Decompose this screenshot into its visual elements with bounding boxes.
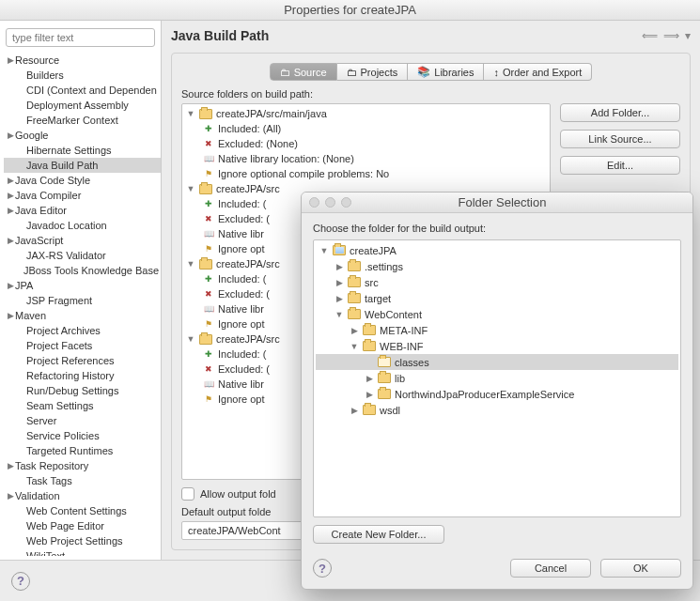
dialog-prompt: Choose the folder for the build output:	[313, 223, 681, 234]
sidebar-item[interactable]: Run/Debug Settings	[4, 383, 161, 398]
ok-button[interactable]: OK	[600, 559, 681, 578]
folder-tree-row[interactable]: ▶target	[316, 290, 678, 306]
folder-tree-row[interactable]: ▶META-INF	[316, 322, 678, 338]
sidebar-item[interactable]: Web Page Editor	[4, 518, 161, 533]
sidebar-item[interactable]: Web Project Settings	[4, 533, 161, 548]
project-icon	[333, 245, 346, 255]
sidebar-item[interactable]: ▶Java Editor	[4, 203, 161, 218]
tree-row-label: Native libr	[218, 228, 264, 239]
sidebar-item[interactable]: Project References	[4, 353, 161, 368]
sidebar-item[interactable]: Server	[4, 413, 161, 428]
sidebar-item-label: Java Build Path	[26, 160, 98, 171]
sidebar-item[interactable]: Project Facets	[4, 338, 161, 353]
cancel-button[interactable]: Cancel	[510, 559, 591, 578]
sidebar-item-label: Web Project Settings	[26, 535, 123, 547]
help-icon[interactable]: ?	[11, 572, 30, 591]
folder-tree-row[interactable]: ▶src	[316, 274, 678, 290]
folder-icon	[378, 373, 391, 383]
source-icon: 🗀	[280, 67, 290, 78]
source-detail-row[interactable]: ⚑Ignore optional compile problems: No	[184, 166, 548, 181]
sidebar-item[interactable]: ▶Resource	[4, 53, 161, 68]
folder-tree-row[interactable]: ▼createJPA	[316, 242, 678, 258]
folder-tree-row[interactable]: ▶NorthwindJpaProducerExampleService	[316, 386, 678, 402]
folder-tree-row[interactable]: ▼WEB-INF	[316, 338, 678, 354]
sidebar-item-label: Web Content Settings	[26, 505, 127, 516]
folder-tree-row[interactable]: ▶.settings	[316, 258, 678, 274]
sidebar-item-label: Builders	[26, 69, 64, 81]
sidebar-item-label: Hibernate Settings	[26, 145, 112, 156]
sidebar-item[interactable]: Javadoc Location	[4, 218, 161, 233]
sidebar-item[interactable]: Targeted Runtimes	[4, 443, 161, 458]
source-detail-row[interactable]: ✚Included: (All)	[184, 121, 548, 136]
sidebar-item[interactable]: FreeMarker Context	[4, 113, 161, 128]
dialog-help-icon[interactable]: ?	[313, 559, 332, 578]
sidebar-item[interactable]: ▶Maven	[4, 308, 161, 323]
sidebar-item-label: Resource	[15, 54, 59, 66]
sidebar-item-label: JavaScript	[15, 235, 63, 246]
libraries-icon: 📚	[417, 66, 430, 78]
sidebar-item[interactable]: Service Policies	[4, 428, 161, 443]
sidebar-item[interactable]: Refactoring History	[4, 368, 161, 383]
sidebar-item[interactable]: WikiText	[4, 548, 161, 556]
folder-tree-row[interactable]: ▶lib	[316, 370, 678, 386]
sidebar-item[interactable]: ▶JPA	[4, 278, 161, 293]
sidebar-item[interactable]: Builders	[4, 68, 161, 83]
sidebar-item[interactable]: Deployment Assembly	[4, 98, 161, 113]
link-source-button[interactable]: Link Source...	[560, 130, 680, 148]
tab-source[interactable]: 🗀Source	[270, 63, 337, 81]
forward-arrow-icon[interactable]: ⟹	[663, 29, 679, 42]
tab-projects[interactable]: 🗀Projects	[337, 63, 409, 81]
sidebar-item[interactable]: Hibernate Settings	[4, 143, 161, 158]
sidebar-item[interactable]: CDI (Context and Dependen	[4, 83, 161, 98]
sidebar-item[interactable]: Project Archives	[4, 323, 161, 338]
sidebar-item[interactable]: JBoss Tools Knowledge Base	[4, 263, 161, 278]
sidebar-item-label: Web Page Editor	[26, 520, 104, 532]
source-detail-row[interactable]: ✖Excluded: (None)	[184, 136, 548, 151]
folder-tree-row[interactable]: ▶wsdl	[316, 402, 678, 418]
folder-icon	[378, 389, 391, 399]
sidebar-item[interactable]: Java Build Path	[4, 158, 161, 173]
sidebar-item[interactable]: ▶JavaScript	[4, 233, 161, 248]
folder-icon	[348, 293, 361, 303]
sidebar-item-label: Service Policies	[26, 430, 100, 441]
sidebar-item-label: Google	[15, 130, 48, 141]
create-new-folder-button[interactable]: Create New Folder...	[313, 525, 444, 544]
sidebar-item[interactable]: ▶Task Repository	[4, 458, 161, 473]
filter-input[interactable]	[6, 28, 155, 47]
back-arrow-icon[interactable]: ⟸	[642, 29, 658, 42]
sidebar-item[interactable]: Seam Settings	[4, 398, 161, 413]
folder-tree-row[interactable]: classes	[316, 354, 678, 370]
sidebar-item-label: Task Repository	[15, 460, 88, 471]
add-folder-button[interactable]: Add Folder...	[560, 103, 680, 122]
source-detail-row[interactable]: 📖Native library location: (None)	[184, 151, 548, 166]
sidebar-item[interactable]: JAX-RS Validator	[4, 248, 161, 263]
sidebar-item[interactable]: ▶Google	[4, 128, 161, 143]
chevron-down-icon: ▼	[186, 259, 195, 269]
sidebar-item[interactable]: Web Content Settings	[4, 503, 161, 518]
tree-row-label: createJPA/src	[216, 333, 280, 345]
sidebar-item[interactable]: ▶Java Compiler	[4, 188, 161, 203]
sidebar-item-label: Refactoring History	[26, 370, 115, 381]
sidebar-item[interactable]: JSP Fragment	[4, 293, 161, 308]
sidebar-item[interactable]: ▶Validation	[4, 488, 161, 503]
sidebar-item[interactable]: ▶Java Code Style	[4, 173, 161, 188]
sidebar-item-label: WikiText	[26, 550, 65, 556]
folder-label: META-INF	[380, 325, 428, 336]
sidebar-item[interactable]: Task Tags	[4, 473, 161, 488]
minus-icon: ✖	[203, 138, 214, 149]
tab-libraries[interactable]: 📚Libraries	[408, 63, 484, 81]
order-icon: ↕	[493, 67, 499, 78]
plus-icon: ✚	[203, 123, 214, 134]
source-folder-row[interactable]: ▼createJPA/src/main/java	[184, 106, 548, 121]
flag-icon: ⚑	[203, 243, 214, 254]
tree-row-label: Ignore optional compile problems: No	[218, 168, 389, 179]
edit-button[interactable]: Edit...	[560, 156, 680, 175]
sidebar-item-label: Project References	[26, 355, 115, 366]
allow-output-checkbox[interactable]	[181, 487, 194, 501]
menu-arrow-icon[interactable]: ▾	[685, 29, 691, 42]
folder-tree[interactable]: ▼createJPA▶.settings▶src▶target▼WebConte…	[313, 239, 681, 517]
folder-tree-row[interactable]: ▼WebContent	[316, 306, 678, 322]
tab-order-export[interactable]: ↕Order and Export	[484, 63, 592, 81]
package-folder-icon	[199, 184, 212, 194]
book-icon: 📖	[203, 153, 214, 164]
